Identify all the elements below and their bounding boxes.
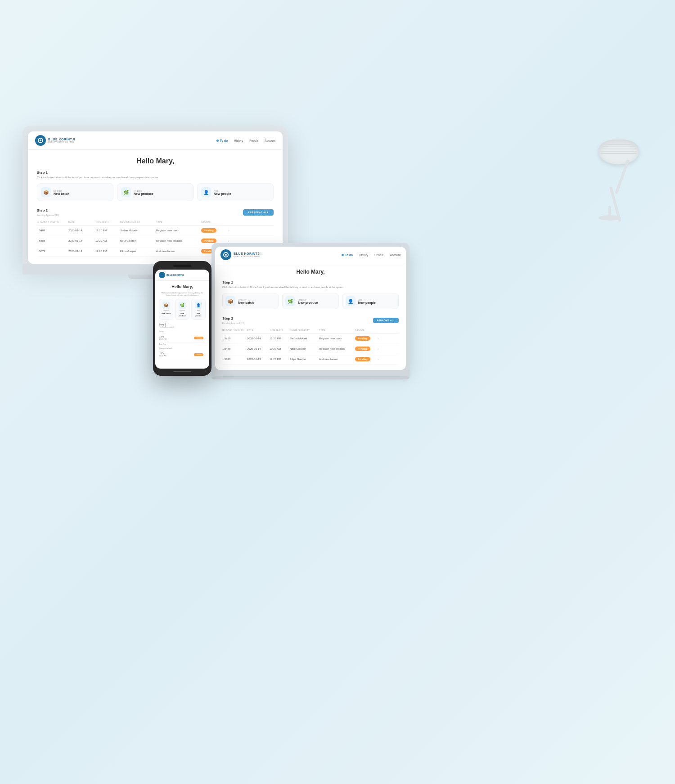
laptop-action-people[interactable]: 👤 Add New people	[342, 293, 399, 309]
nav-people[interactable]: People	[249, 139, 258, 142]
desktop-logo: BLUE KORINTJI QUALITY CERTIFIED FARM	[35, 135, 75, 146]
desktop-app-nav: BLUE KORINTJI QUALITY CERTIFIED FARM To …	[28, 131, 283, 150]
desktop-action-batch[interactable]: 📦 Register New batch	[37, 183, 113, 201]
laptop-step2-header: Step 2 Pending Approval (12) APPROVE ALL	[222, 316, 399, 324]
nav-history[interactable]: History	[234, 139, 243, 142]
desktop-step1-title: Step 1	[37, 171, 274, 175]
laptop-logo-subtitle: QUALITY CERTIFIED FARM	[234, 255, 261, 257]
phone-app-body: Hello Mary, Please complete the appropri…	[155, 281, 209, 363]
laptop-table-header: ID (last 4 digits) DATE TIME (EST) REGIS…	[222, 327, 399, 333]
phone-badge-2: Pending	[194, 353, 203, 356]
laptop-nav-todo[interactable]: To do	[342, 253, 353, 257]
laptop-nav-links: To do History People Account	[342, 253, 400, 257]
laptop-app-nav: BLUE KORINTJI QUALITY CERTIFIED FARM To …	[215, 247, 406, 263]
logo-title: BLUE KORINTJI	[48, 138, 75, 141]
laptop-status-badge-1: Pending	[355, 336, 370, 341]
laptop-step1-desc: Click the button below to fill the form …	[222, 286, 399, 288]
laptop-body	[212, 370, 410, 376]
laptop-logo: BLUE KORINTJI QUALITY CERTIFIED FARM	[220, 249, 261, 260]
desktop-approve-all-button[interactable]: APPROVE ALL	[243, 209, 274, 216]
laptop-table-row-3[interactable]: ...5873 2020-01-13 12:20 PM Filipa Gaspa…	[222, 354, 399, 365]
phone-action-people[interactable]: 👤 Add New people	[191, 299, 206, 320]
desktop-step1-desc: Click the button below to fill the form …	[37, 176, 274, 179]
svg-point-1	[40, 140, 41, 141]
batch-icon: 📦	[41, 187, 51, 197]
logo-subtitle: QUALITY CERTIFIED FARM	[48, 141, 75, 143]
phone-step2: Step 2 Pending Approvals (4) Today ...4*…	[159, 323, 206, 359]
laptop-nav-account[interactable]: Account	[390, 253, 401, 257]
status-badge-2: Pending	[201, 239, 216, 243]
desktop-action-people[interactable]: 👤 Add New people	[197, 183, 274, 201]
phone-chevron-2: ›	[205, 353, 206, 356]
desktop-step2-pending: Pending Approval (12)	[37, 214, 59, 216]
phone-people-icon: 👤	[195, 302, 202, 309]
phone-batch-icon: 📦	[162, 302, 170, 309]
laptop-batch-icon: 📦	[225, 296, 235, 306]
laptop-screen: BLUE KORINTJI QUALITY CERTIFIED FARM To …	[215, 247, 406, 370]
laptop-status-badge-2: Pending	[355, 347, 370, 351]
laptop-produce-icon: 🌿	[285, 296, 295, 306]
laptop-nav-people[interactable]: People	[374, 253, 383, 257]
scene: BLUE KORINTJI QUALITY CERTIFIED FARM To …	[0, 0, 675, 784]
logo-icon	[35, 135, 46, 146]
phone-today-label: Today	[159, 330, 206, 333]
phone-step-desc: Please complete the appropriate form by …	[159, 292, 206, 296]
phone-frame: BLUE KORINTJI Hello Mary, Please complet…	[153, 261, 212, 376]
phone-screen: BLUE KORINTJI Hello Mary, Please complet…	[155, 270, 209, 369]
laptop-row-chevron-1: ›	[378, 337, 384, 341]
phone-row-2[interactable]: ...5**4 07:30 AM Pending ›	[159, 351, 206, 359]
nav-todo[interactable]: To do	[216, 139, 228, 142]
phone-action-batch[interactable]: 📦 Register New batch	[159, 299, 173, 320]
laptop-status-badge-3: Pending	[355, 357, 370, 361]
laptop-table-row-1[interactable]: ...5489 2020-01-14 12:20 PM Sadou Mokaté…	[222, 333, 399, 344]
lamp-base-circle	[598, 215, 621, 221]
row-chevron-2: ›	[228, 239, 235, 243]
laptop-approve-all-button[interactable]: APPROVE ALL	[373, 318, 399, 323]
laptop-nav-history[interactable]: History	[359, 253, 368, 257]
phone-step2-pending: Pending Approvals (4)	[159, 326, 206, 328]
svg-point-3	[225, 254, 227, 256]
laptop-row-chevron-2: ›	[378, 347, 384, 351]
lamp-head	[598, 140, 639, 164]
phone-badge-1: Pending	[194, 337, 203, 339]
status-badge-1: Pending	[201, 228, 216, 233]
desktop-action-produce[interactable]: 🌿 Register New produce	[117, 183, 194, 201]
phone-row-1[interactable]: ...4**6 12:25 PM Pending ›	[159, 334, 206, 342]
nav-account[interactable]: Account	[265, 139, 276, 142]
lamp	[558, 104, 648, 239]
logo-text: BLUE KORINTJI QUALITY CERTIFIED FARM	[48, 138, 75, 143]
phone-row-2-time: 07:30 AM	[159, 355, 193, 357]
phone-logo-icon	[159, 272, 165, 278]
laptop-base	[212, 377, 410, 379]
phone-notch	[173, 265, 191, 267]
desktop-step2-header: Step 2 Pending Approval (12) APPROVE ALL	[37, 208, 274, 216]
phone-action-produce[interactable]: 🌿 Register New produce	[175, 299, 189, 320]
laptop-nav-dot	[342, 254, 344, 256]
nav-dot	[216, 140, 219, 142]
desktop-table-row-1[interactable]: ...5489 2020-01-14 12:20 PM Sadou Mokaté…	[37, 225, 274, 236]
phone-row-1-sub: Zhan Ruic	[159, 342, 206, 347]
laptop-step1-title: Step 1	[222, 280, 399, 284]
laptop-table-row-2[interactable]: ...5488 2020-01-14 10:20 AM Nout Golstei…	[222, 344, 399, 354]
phone-greeting: Hello Mary,	[159, 284, 206, 289]
laptop-action-batch[interactable]: 📦 Register New batch	[222, 293, 279, 309]
laptop-screen-area: BLUE KORINTJI QUALITY CERTIFIED FARM To …	[212, 243, 410, 370]
phone-row-1-time: 12:25 PM	[159, 338, 193, 340]
phone-action-cards: 📦 Register New batch 🌿 Register New prod…	[159, 299, 206, 320]
laptop-logo-icon	[220, 249, 231, 260]
desktop-table-header: ID (last 4 digits) DATE TIME (EST) REGIS…	[37, 219, 274, 225]
laptop-logo-title: BLUE KORINTJI	[234, 252, 261, 255]
phone-home-indicator	[173, 371, 191, 372]
laptop-step2-pending: Pending Approval (12)	[222, 322, 244, 324]
laptop-action-produce[interactable]: 🌿 Register New produce	[282, 293, 338, 309]
laptop-app-body: Hello Mary, Step 1 Click the button belo…	[215, 263, 406, 370]
desktop-action-cards: 📦 Register New batch 🌿 Register New prod…	[37, 183, 274, 201]
laptop-action-cards: 📦 Register New batch 🌿 Register New prod…	[222, 293, 399, 309]
laptop-greeting: Hello Mary,	[222, 269, 399, 275]
laptop: BLUE KORINTJI QUALITY CERTIFIED FARM To …	[212, 243, 410, 379]
desktop-greeting: Hello Mary,	[37, 157, 274, 165]
desktop-nav-links: To do History People Account	[216, 139, 275, 142]
phone-logo-text: BLUE KORINTJI	[166, 274, 184, 276]
people-icon: 👤	[201, 187, 211, 197]
phone: BLUE KORINTJI Hello Mary, Please complet…	[153, 261, 212, 376]
